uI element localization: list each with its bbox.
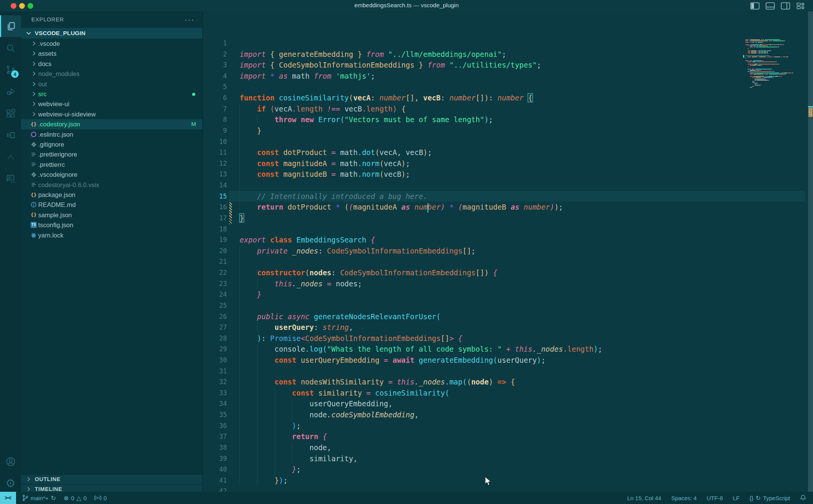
toggle-sidebar-icon[interactable] — [750, 2, 760, 10]
code-line-11[interactable]: 11 const dotProduct = math.dot(vecA, vec… — [203, 147, 813, 158]
code-line-25[interactable]: 25 — [203, 300, 813, 311]
tree-folder-docs[interactable]: docs — [21, 59, 203, 69]
tree-folder--vscode[interactable]: .vscode — [21, 39, 203, 48]
code-line-30[interactable]: 30 const userQueryEmbedding = await gene… — [203, 355, 813, 366]
code-line-33[interactable]: 33 const similarity = cosineSimilarity( — [203, 388, 813, 399]
code-line-18[interactable]: 18 — [203, 224, 813, 235]
cursor-position-status[interactable]: Ln 15, Col 44 — [627, 495, 661, 501]
toggle-secondary-sidebar-icon[interactable] — [781, 2, 790, 10]
minimap-line — [760, 70, 761, 71]
text-cursor — [428, 203, 428, 213]
code-line-39[interactable]: 39 similarity, — [203, 453, 813, 464]
tree-folder-webview-ui-sideview[interactable]: webview-ui-sideview — [21, 109, 203, 119]
activity-extensions-icon[interactable] — [0, 102, 21, 124]
tree-folder-assets[interactable]: assets — [21, 48, 203, 58]
tree-file-package-json[interactable]: {}package.json — [21, 190, 203, 200]
code-line-2[interactable]: 2import { generateEmbedding } from "../l… — [203, 49, 813, 60]
code-line-41[interactable]: 41 }); — [203, 475, 813, 486]
tree-file-yarn-lock[interactable]: yarn.lock — [21, 230, 203, 240]
code-line-23[interactable]: 23 this._nodes = nodes; — [203, 278, 813, 289]
code-line-38[interactable]: 38 node, — [203, 442, 813, 453]
tree-root-vscode-plugin[interactable]: VSCODE_PLUGIN — [21, 28, 203, 39]
encoding-status[interactable]: UTF-8 — [707, 495, 723, 501]
problems-status[interactable]: ⊗ 0 △ 0 — [64, 494, 87, 502]
section-timeline[interactable]: TIMELINE — [21, 484, 203, 492]
code-line-10[interactable]: 10 — [203, 136, 813, 147]
code-line-26[interactable]: 26 public async generateNodesRelevantFor… — [203, 311, 813, 322]
code-line-13[interactable]: 13 const magnitudeB = math.norm(vecB); — [203, 169, 813, 180]
line-number: 39 — [203, 453, 227, 464]
code-line-17[interactable]: 17} — [203, 213, 813, 224]
activity-search-icon[interactable] — [0, 37, 21, 59]
tree-folder-node-modules[interactable]: node_modules — [21, 69, 203, 79]
code-line-15[interactable]: 15 // Intentionally introduced a bug her… — [203, 191, 813, 202]
code-line-35[interactable]: 35 node.codeSymbolEmbedding, — [203, 409, 813, 420]
code-line-12[interactable]: 12 const magnitudeA = math.norm(vecA); — [203, 158, 813, 169]
tree-file--gitignore[interactable]: .gitignore — [21, 139, 203, 149]
activity-source-control-icon[interactable]: 4 — [0, 59, 21, 81]
notifications-bell-icon[interactable] — [800, 494, 806, 501]
views-more-actions-icon[interactable]: ··· — [185, 15, 194, 24]
code-line-9[interactable]: 9 } — [203, 125, 813, 136]
tree-folder-webview-ui[interactable]: webview-ui — [21, 99, 203, 109]
code-line-27[interactable]: 27 userQuery: string, — [203, 322, 813, 333]
eol-status[interactable]: LF — [733, 495, 740, 501]
code-line-29[interactable]: 29 console.log("Whats the length of all … — [203, 344, 813, 355]
code-line-21[interactable]: 21 — [203, 256, 813, 267]
code-line-4[interactable]: 4import * as math from 'mathjs'; — [203, 71, 813, 82]
code-line-24[interactable]: 24 } — [203, 289, 813, 300]
tree-file--eslintrc-json[interactable]: .eslintrc.json — [21, 129, 203, 139]
tree-folder-out[interactable]: out — [21, 79, 203, 89]
line-number: 20 — [203, 246, 227, 257]
code-line-42[interactable]: 42 — [203, 486, 813, 492]
code-line-36[interactable]: 36 ); — [203, 420, 813, 431]
tree-file--codestory-json[interactable]: {}.codestory.jsonM — [21, 119, 203, 129]
code-line-7[interactable]: 7 if (vecA.length !== vecB.length) { — [203, 103, 813, 115]
code-line-37[interactable]: 37 return { — [203, 431, 813, 442]
code-line-3[interactable]: 3import { CodeSymbolInformationEmbedding… — [203, 60, 813, 71]
tree-file-codestoryai-0-6-0-vsix[interactable]: codestoryai-0.6.0.vsix — [21, 180, 203, 190]
code-line-14[interactable]: 14 — [203, 180, 813, 191]
broadcast-status[interactable]: 0 — [94, 495, 107, 501]
section-outline[interactable]: OUTLINE — [21, 474, 203, 484]
code-line-8[interactable]: 8 throw new Error("Vectors must be of sa… — [203, 114, 813, 125]
code-line-20[interactable]: 20 private _nodes: CodeSymbolInformation… — [203, 246, 813, 257]
tree-file--prettierignore[interactable]: .prettierignore — [21, 149, 203, 159]
code-line-22[interactable]: 22 constructor(nodes: CodeSymbolInformat… — [203, 267, 813, 278]
minimap[interactable] — [743, 11, 804, 126]
code-line-28[interactable]: 28 ): Promise<CodeSymbolInformationEmbed… — [203, 333, 813, 344]
code-line-31[interactable]: 31 — [203, 366, 813, 377]
customize-layout-icon[interactable] — [796, 2, 805, 10]
minimap-line — [773, 77, 773, 78]
code-line-16[interactable]: 16 return dotProduct * ((magnitudeA as n… — [203, 202, 813, 213]
code-line-40[interactable]: 40 }; — [203, 464, 813, 475]
indentation-status[interactable]: Spaces: 4 — [671, 495, 697, 501]
activity-run-debug-icon[interactable] — [0, 81, 21, 102]
toggle-panel-icon[interactable] — [766, 2, 775, 10]
overview-ruler[interactable] — [808, 11, 813, 492]
remote-indicator[interactable]: >< — [0, 492, 16, 504]
git-branch-status[interactable]: main*+ ↻ — [22, 494, 56, 502]
activity-chat-icon[interactable] — [0, 168, 21, 189]
tree-folder-src[interactable]: src — [21, 89, 203, 99]
code-line-34[interactable]: 34 userQueryEmbedding, — [203, 398, 813, 409]
language-status[interactable]: {} ↻ TypeScript — [750, 494, 790, 502]
code-line-5[interactable]: 5 — [203, 81, 813, 92]
activity-account-icon[interactable] — [0, 451, 21, 472]
code-editor[interactable]: 12import { generateEmbedding } from "../… — [203, 11, 813, 492]
tree-file--prettierrc[interactable]: .prettierrc — [21, 160, 203, 170]
tree-file-readme-md[interactable]: README.md — [21, 200, 203, 210]
minimap-line — [763, 60, 763, 61]
activity-sideview-icon[interactable] — [0, 124, 21, 146]
tree-file-tsconfig-json[interactable]: TStsconfig.json — [21, 220, 203, 230]
code-line-32[interactable]: 32 const nodesWithSimilarity = this._nod… — [203, 376, 813, 388]
activity-codestory-icon[interactable] — [0, 146, 21, 168]
tree-file--vscodeignore[interactable]: .vscodeignore — [21, 170, 203, 179]
activity-settings-icon[interactable]: ⚙ — [0, 472, 21, 494]
code-line-19[interactable]: 19export class EmbeddingsSearch { — [203, 234, 813, 246]
code-line-1[interactable]: 1 — [203, 38, 813, 49]
code-line-6[interactable]: 6function cosineSimilarity(vecA: number[… — [203, 92, 813, 103]
tree-file-sample-json[interactable]: {}sample.json — [21, 210, 203, 220]
activity-explorer-icon[interactable] — [0, 15, 21, 37]
status-bar: >< main*+ ↻ ⊗ 0 △ 0 0 Ln 15, Col 44 Spac… — [0, 492, 813, 504]
